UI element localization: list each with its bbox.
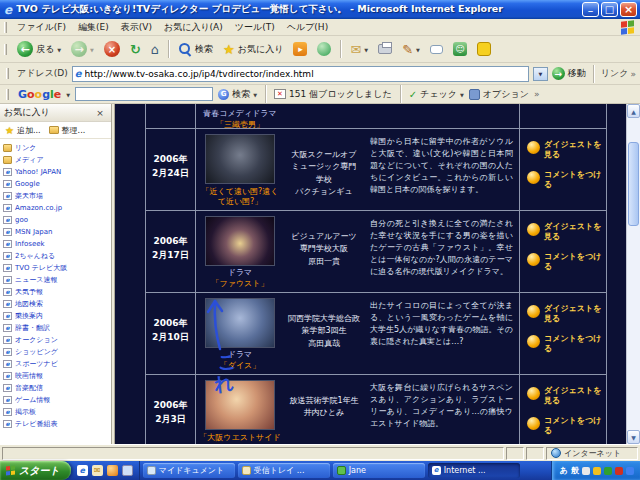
favorite-item[interactable]: Infoseek [3, 238, 108, 250]
episode-thumbnail[interactable] [205, 216, 275, 266]
favorites-add-button[interactable]: 追加... [5, 125, 41, 136]
tray-icon[interactable] [593, 467, 601, 475]
antivirus-button[interactable] [473, 40, 495, 58]
favorites-button[interactable]: ★ お気に入り [219, 41, 287, 58]
search-button[interactable]: 検索 [174, 40, 217, 58]
menu-item[interactable]: ヘルプ(H) [281, 19, 334, 36]
maximize-button[interactable] [601, 2, 618, 17]
mail-dropdown-icon[interactable] [364, 44, 368, 54]
edit-button[interactable]: ✎ [398, 41, 424, 58]
messenger-button[interactable]: ☺ [449, 40, 471, 58]
comment-button[interactable]: コメントをつける [527, 416, 602, 437]
menu-item[interactable]: ツール(T) [229, 19, 281, 36]
favorite-item[interactable]: Yahoo! JAPAN [3, 166, 108, 178]
favorite-item[interactable]: 地図検索 [3, 298, 108, 310]
google-search-dropdown-icon[interactable] [253, 89, 257, 99]
favorites-organize-button[interactable]: 整理... [49, 125, 86, 136]
address-dropdown-button[interactable] [533, 67, 548, 81]
favorite-item[interactable]: ニュース速報 [3, 274, 108, 286]
start-button[interactable]: スタート [0, 461, 71, 480]
show-desktop-icon[interactable] [122, 465, 133, 476]
media-button[interactable]: ▸ [289, 40, 311, 58]
toolbar-grip[interactable] [6, 89, 9, 100]
comment-button[interactable]: コメントをつける [527, 170, 602, 191]
favorite-item[interactable]: 楽天市場 [3, 190, 108, 202]
favorite-item[interactable]: 音楽配信 [3, 382, 108, 394]
comment-button[interactable]: コメントをつける [527, 334, 602, 355]
favorite-item[interactable]: テレビ番組表 [3, 418, 108, 430]
favorite-item[interactable]: リンク [3, 142, 108, 154]
go-button[interactable]: → 移動 [552, 67, 586, 80]
menu-item[interactable]: 表示(V) [115, 19, 158, 36]
taskbar-task-button[interactable]: マイドキュメント [143, 463, 235, 478]
tray-icon[interactable] [626, 467, 634, 475]
digest-button[interactable]: ダイジェストを見る [527, 222, 602, 243]
episode-thumbnail[interactable] [205, 298, 275, 348]
ime-conversion-indicator[interactable]: 般 [571, 465, 579, 476]
tray-icon[interactable] [604, 467, 612, 475]
favorite-item[interactable]: ゲーム情報 [3, 394, 108, 406]
spellcheck-button[interactable]: ✓ チェック [409, 88, 464, 101]
menu-item[interactable]: 編集(E) [72, 19, 115, 36]
digest-button[interactable]: ダイジェストを見る [527, 386, 602, 407]
close-button[interactable] [620, 2, 637, 17]
favorite-item[interactable]: メディア [3, 154, 108, 166]
favorites-panel-close-button[interactable] [93, 106, 107, 119]
favorite-item[interactable]: 天気予報 [3, 286, 108, 298]
toolbar-grip[interactable] [4, 22, 7, 33]
favorite-item[interactable]: MSN Japan [3, 226, 108, 238]
vertical-scrollbar[interactable]: ▲ ▼ [626, 104, 640, 444]
favorite-item[interactable]: 辞書・翻訳 [3, 322, 108, 334]
options-button[interactable]: オプション [469, 88, 529, 101]
minimize-button[interactable] [582, 2, 599, 17]
ime-mode-indicator[interactable]: あ [560, 465, 568, 476]
refresh-button[interactable]: ↻ [126, 41, 145, 58]
favorite-item[interactable]: 乗換案内 [3, 310, 108, 322]
scroll-down-arrow[interactable]: ▼ [627, 430, 640, 444]
google-search-input[interactable] [75, 87, 213, 101]
digest-button[interactable]: ダイジェストを見る [527, 140, 602, 161]
edit-dropdown-icon[interactable] [416, 44, 420, 54]
google-logo-dropdown-icon[interactable] [66, 89, 70, 99]
taskbar-task-button[interactable]: Jane [333, 463, 425, 478]
check-dropdown-icon[interactable] [460, 89, 464, 99]
toolbar-grip[interactable] [6, 68, 9, 79]
quick-launch-mail-icon[interactable]: ✉ [92, 465, 103, 476]
mail-button[interactable]: ✉ [346, 41, 372, 58]
episode-thumbnail[interactable] [205, 380, 275, 430]
favorite-item[interactable]: 2ちゃんねる [3, 250, 108, 262]
favorite-item[interactable]: スポーツナビ [3, 358, 108, 370]
favorite-item[interactable]: 掲示板 [3, 406, 108, 418]
back-button[interactable]: ← 戻る [13, 39, 65, 59]
forward-button[interactable]: → [67, 39, 98, 59]
google-search-button[interactable]: G 検索 [218, 88, 257, 101]
scroll-up-arrow[interactable]: ▲ [627, 104, 640, 118]
popup-blocker-button[interactable]: 151 個ブロックしました [274, 88, 392, 101]
links-button[interactable]: リンク [601, 67, 636, 80]
favorite-item[interactable]: オークション [3, 334, 108, 346]
discuss-button[interactable] [426, 43, 447, 56]
favorite-item[interactable]: goo [3, 214, 108, 226]
address-input[interactable]: e http://www.tv-osaka.co.jp/ip4/tvdirect… [72, 66, 529, 82]
scrollbar-thumb[interactable] [628, 142, 639, 226]
quick-launch-media-icon[interactable] [107, 465, 118, 476]
back-dropdown-icon[interactable] [57, 44, 61, 54]
menu-item[interactable]: お気に入り(A) [158, 19, 229, 36]
quick-launch-ie-icon[interactable]: e [77, 465, 88, 476]
tray-icon[interactable] [582, 467, 590, 475]
toolbar-grip[interactable] [4, 44, 7, 55]
favorite-item[interactable]: ショッピング [3, 346, 108, 358]
stop-button[interactable]: × [100, 39, 124, 59]
comment-button[interactable]: コメントをつける [527, 252, 602, 273]
favorite-item[interactable]: Amazon.co.jp [3, 202, 108, 214]
favorite-item[interactable]: TVO テレビ大阪 [3, 262, 108, 274]
episode-thumbnail[interactable] [205, 134, 275, 184]
tray-icon[interactable] [615, 467, 623, 475]
taskbar-task-button[interactable]: Internet ... [428, 463, 520, 478]
favorite-item[interactable]: 映画情報 [3, 370, 108, 382]
print-button[interactable] [374, 42, 396, 56]
menu-item[interactable]: ファイル(F) [11, 19, 72, 36]
google-logo[interactable]: Google [18, 88, 61, 101]
history-button[interactable] [313, 40, 335, 58]
favorite-item[interactable]: Google [3, 178, 108, 190]
